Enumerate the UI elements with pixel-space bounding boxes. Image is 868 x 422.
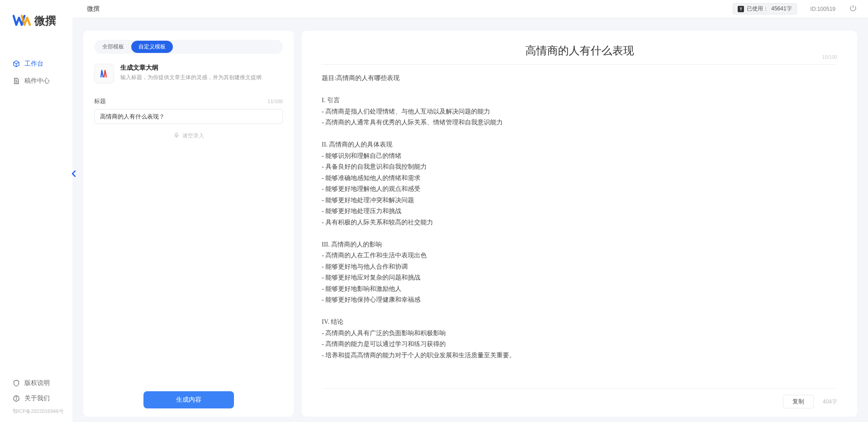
- title-field-block: 标题 11/100: [94, 97, 283, 124]
- footer-item-label: 关于我们: [24, 394, 50, 403]
- microphone-icon: [173, 132, 180, 140]
- user-id: ID:100519: [811, 6, 835, 12]
- document-icon: [13, 77, 20, 85]
- nav-item-drafts[interactable]: 稿件中心: [0, 72, 72, 90]
- power-icon[interactable]: [849, 4, 857, 14]
- nav-item-label: 工作台: [24, 60, 43, 68]
- title-input[interactable]: [94, 109, 283, 124]
- template-title: 生成文章大纲: [120, 64, 262, 72]
- usage-value: 45641字: [771, 5, 792, 13]
- nav-item-label: 稿件中心: [24, 77, 50, 85]
- result-title-counter: 10/100: [822, 54, 837, 60]
- brand-logo: 微撰: [0, 14, 72, 42]
- icp-notice: 鄂ICP备2022016946号: [0, 406, 72, 417]
- sidebar: 微撰 工作台 稿件中心 版权: [0, 0, 72, 422]
- result-panel: 高情商的人有什么表现 10/100 题目:高情商的人有哪些表现 I. 引言 - …: [302, 31, 857, 417]
- sidebar-footer: 版权说明 关于我们 鄂ICP备2022016946号: [0, 375, 72, 422]
- nav-list: 工作台 稿件中心: [0, 42, 72, 90]
- text-badge-icon: T: [738, 6, 744, 12]
- template-card: 生成文章大纲 输入标题，为你提供文章主体的灵感，并为其创建推文提纲: [94, 64, 283, 84]
- cube-icon: [13, 60, 20, 67]
- footer-item-about[interactable]: 关于我们: [0, 391, 72, 406]
- voice-input-hint[interactable]: 请空录入: [94, 132, 283, 140]
- voice-hint-label: 请空录入: [182, 132, 204, 140]
- brand-mark-icon: [13, 14, 31, 28]
- tab-custom-templates[interactable]: 自定义模板: [131, 41, 173, 53]
- topbar-right: T 已使用： 45641字 ID:100519: [733, 3, 857, 14]
- info-icon: [13, 395, 20, 402]
- template-info: 生成文章大纲 输入标题，为你提供文章主体的灵感，并为其创建推文提纲: [120, 64, 262, 81]
- title-field-counter: 11/100: [267, 99, 283, 104]
- footer-item-copyright[interactable]: 版权说明: [0, 375, 72, 391]
- main: 微撰 T 已使用： 45641字 ID:100519 全部模板 自定义模板: [72, 0, 868, 422]
- generate-button[interactable]: 生成内容: [143, 391, 234, 408]
- footer-item-label: 版权说明: [24, 379, 50, 387]
- title-field-label: 标题: [94, 97, 106, 105]
- result-footer: 复制 404字: [322, 388, 837, 408]
- brand-name: 微撰: [34, 14, 56, 28]
- result-title: 高情商的人有什么表现: [322, 43, 837, 58]
- word-count: 404字: [823, 398, 837, 406]
- topbar: 微撰 T 已使用： 45641字 ID:100519: [72, 0, 868, 18]
- result-body[interactable]: 题目:高情商的人有哪些表现 I. 引言 - 高情商是指人们处理情绪、与他人互动以…: [322, 73, 837, 361]
- template-thumb-icon: [94, 64, 114, 84]
- result-header: 高情商的人有什么表现 10/100: [322, 43, 837, 65]
- template-desc: 输入标题，为你提供文章主体的灵感，并为其创建推文提纲: [120, 74, 262, 81]
- svg-point-2: [16, 397, 16, 397]
- copy-button[interactable]: 复制: [783, 395, 814, 408]
- usage-label-prefix: 已使用：: [747, 5, 768, 13]
- nav-item-workspace[interactable]: 工作台: [0, 55, 72, 72]
- page-title: 微撰: [83, 5, 100, 13]
- tab-all-templates[interactable]: 全部模板: [95, 41, 131, 53]
- sidebar-collapse-handle[interactable]: [71, 169, 77, 178]
- shield-icon: [13, 379, 20, 387]
- svg-rect-3: [176, 133, 177, 136]
- input-panel: 全部模板 自定义模板 生成文章大纲 输入标题，为你提供文章主体的灵感，并为其创建…: [83, 31, 294, 417]
- content: 全部模板 自定义模板 生成文章大纲 输入标题，为你提供文章主体的灵感，并为其创建…: [72, 18, 868, 422]
- usage-chip[interactable]: T 已使用： 45641字: [733, 3, 796, 14]
- template-tabs: 全部模板 自定义模板: [94, 40, 283, 54]
